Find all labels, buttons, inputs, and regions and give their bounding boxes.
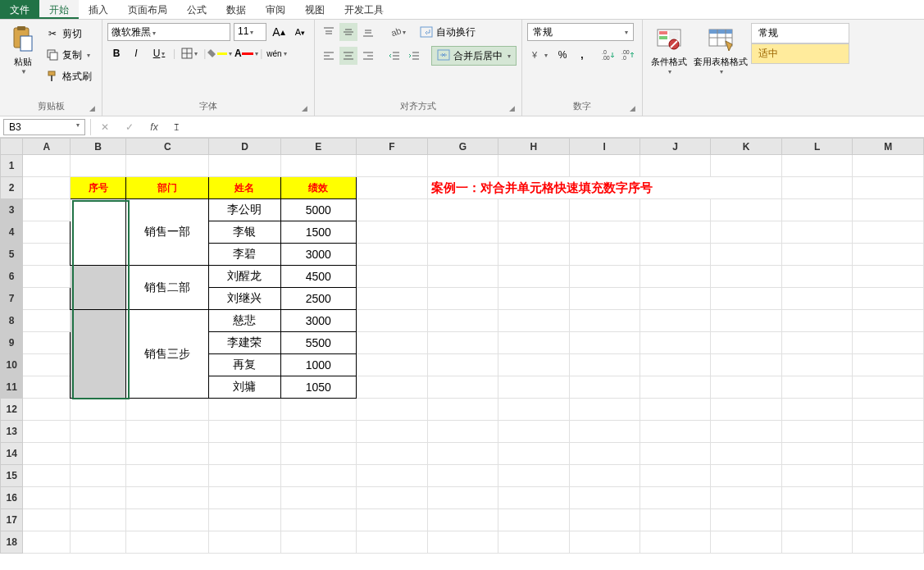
dialog-launcher-icon[interactable]: ◢ bbox=[299, 104, 309, 114]
row-header[interactable]: 7 bbox=[1, 288, 23, 310]
select-all-button[interactable] bbox=[1, 139, 23, 155]
enter-formula-icon[interactable]: ✓ bbox=[121, 118, 139, 136]
row-header[interactable]: 3 bbox=[1, 199, 23, 221]
col-header[interactable]: D bbox=[209, 139, 280, 155]
cell-dept[interactable]: 销售二部 bbox=[126, 266, 209, 310]
col-header[interactable]: E bbox=[280, 139, 357, 155]
align-left-icon[interactable] bbox=[320, 47, 338, 65]
row-header[interactable]: 5 bbox=[1, 244, 23, 266]
number-format-select[interactable]: 常规▾ bbox=[527, 23, 634, 41]
tab-review[interactable]: 审阅 bbox=[256, 0, 295, 19]
increase-indent-icon[interactable] bbox=[405, 47, 423, 65]
cell-seq-3[interactable] bbox=[71, 310, 126, 399]
tab-data[interactable]: 数据 bbox=[216, 0, 256, 19]
phonetic-button[interactable]: wén▾ bbox=[264, 44, 289, 62]
table-format-button[interactable]: 套用表格格式▾ bbox=[690, 23, 751, 77]
align-top-icon[interactable] bbox=[320, 23, 338, 41]
col-header[interactable]: A bbox=[23, 139, 71, 155]
row-header[interactable]: 8 bbox=[1, 310, 23, 332]
increase-font-icon[interactable]: A▴ bbox=[270, 23, 288, 41]
paste-button[interactable]: 粘贴 ▼ bbox=[5, 23, 41, 77]
decrease-font-icon[interactable]: A▾ bbox=[291, 23, 309, 41]
orientation-button[interactable]: ab▾ bbox=[385, 23, 410, 41]
row-header[interactable]: 4 bbox=[1, 221, 23, 244]
tab-developer[interactable]: 开发工具 bbox=[335, 0, 394, 19]
cell-name[interactable]: 李公明 bbox=[209, 199, 280, 221]
cell-name[interactable]: 再复 bbox=[209, 354, 280, 376]
cell-perf[interactable]: 3000 bbox=[280, 244, 357, 266]
underline-button[interactable]: U▾ bbox=[147, 44, 171, 62]
wrap-text-button[interactable]: 自动换行 bbox=[418, 23, 477, 41]
style-good[interactable]: 适中 bbox=[751, 43, 849, 64]
cell-name[interactable]: 刘醒龙 bbox=[209, 266, 280, 288]
cell-name[interactable]: 慈悲 bbox=[209, 310, 280, 332]
fx-icon[interactable]: fx bbox=[145, 118, 163, 136]
row-header[interactable]: 1 bbox=[1, 155, 23, 177]
dialog-launcher-icon[interactable]: ◢ bbox=[507, 104, 517, 114]
currency-button[interactable]: ¥▾ bbox=[527, 46, 552, 64]
table-header[interactable]: 序号 bbox=[71, 177, 126, 199]
comma-button[interactable]: , bbox=[573, 46, 591, 64]
cell-styles-gallery[interactable]: 常规 适中 bbox=[751, 23, 849, 64]
col-header[interactable]: M bbox=[853, 139, 924, 155]
cell-dept[interactable]: 销售一部 bbox=[126, 199, 209, 266]
decrease-indent-icon[interactable] bbox=[385, 47, 403, 65]
tab-view[interactable]: 视图 bbox=[295, 0, 335, 19]
tab-insert[interactable]: 插入 bbox=[79, 0, 118, 19]
font-name-select[interactable]: 微软雅黑▾ bbox=[107, 23, 230, 41]
decrease-decimal-icon[interactable]: .00.0 bbox=[619, 46, 637, 64]
cut-button[interactable]: ✂ 剪切 bbox=[44, 25, 93, 43]
font-size-select[interactable]: 11▾ bbox=[234, 23, 266, 41]
col-header[interactable]: L bbox=[781, 139, 852, 155]
row-header[interactable]: 12 bbox=[1, 399, 23, 421]
borders-button[interactable]: ▾ bbox=[177, 44, 202, 62]
merge-center-button[interactable]: 合并后居中 ▾ bbox=[431, 46, 517, 66]
row-header[interactable]: 18 bbox=[1, 531, 23, 554]
dialog-launcher-icon[interactable]: ◢ bbox=[87, 104, 97, 114]
cell-seq-2[interactable] bbox=[71, 266, 126, 310]
fill-color-button[interactable]: ▾ bbox=[207, 44, 232, 62]
dialog-launcher-icon[interactable]: ◢ bbox=[627, 104, 637, 114]
spreadsheet[interactable]: A B C D E F G H I J K L M 1 2 序号 部门 姓名 绩… bbox=[0, 138, 924, 554]
tab-formulas[interactable]: 公式 bbox=[177, 0, 216, 19]
row-header[interactable]: 6 bbox=[1, 266, 23, 288]
row-header[interactable]: 10 bbox=[1, 354, 23, 376]
formula-input[interactable]: 𝙸 bbox=[168, 120, 921, 135]
copy-button[interactable]: 复制 ▾ bbox=[44, 46, 93, 64]
col-header[interactable]: H bbox=[498, 139, 569, 155]
tab-home[interactable]: 开始 bbox=[39, 0, 79, 19]
cell-seq-1[interactable] bbox=[71, 199, 126, 266]
cell-perf[interactable]: 3000 bbox=[280, 310, 357, 332]
tab-page-layout[interactable]: 页面布局 bbox=[118, 0, 177, 19]
bold-button[interactable]: B bbox=[107, 44, 125, 62]
cell-perf[interactable]: 2500 bbox=[280, 288, 357, 310]
row-header[interactable]: 13 bbox=[1, 421, 23, 443]
cell-name[interactable]: 刘墉 bbox=[209, 376, 280, 399]
increase-decimal-icon[interactable]: .0.00 bbox=[599, 46, 617, 64]
tab-file[interactable]: 文件 bbox=[0, 0, 39, 19]
col-header[interactable]: G bbox=[427, 139, 498, 155]
row-header[interactable]: 9 bbox=[1, 332, 23, 354]
row-header[interactable]: 11 bbox=[1, 376, 23, 399]
cell-name[interactable]: 李碧 bbox=[209, 244, 280, 266]
align-center-icon[interactable] bbox=[339, 47, 357, 65]
col-header[interactable]: C bbox=[126, 139, 209, 155]
cell-perf[interactable]: 1500 bbox=[280, 221, 357, 244]
table-header[interactable]: 部门 bbox=[126, 177, 209, 199]
cell-perf[interactable]: 5500 bbox=[280, 332, 357, 354]
cell-perf[interactable]: 1050 bbox=[280, 376, 357, 399]
align-bottom-icon[interactable] bbox=[359, 23, 377, 41]
table-header[interactable]: 姓名 bbox=[209, 177, 280, 199]
row-header[interactable]: 2 bbox=[1, 177, 23, 199]
cell-name[interactable]: 刘继兴 bbox=[209, 288, 280, 310]
row-header[interactable]: 14 bbox=[1, 443, 23, 465]
cell-perf[interactable]: 4500 bbox=[280, 266, 357, 288]
row-header[interactable]: 16 bbox=[1, 487, 23, 509]
col-header[interactable]: I bbox=[569, 139, 640, 155]
row-header[interactable]: 15 bbox=[1, 465, 23, 487]
cancel-formula-icon[interactable]: ✕ bbox=[96, 118, 114, 136]
row-header[interactable]: 17 bbox=[1, 509, 23, 531]
col-header[interactable]: J bbox=[640, 139, 710, 155]
name-box[interactable]: B3▾ bbox=[3, 119, 85, 135]
font-color-button[interactable]: A▾ bbox=[234, 44, 258, 62]
